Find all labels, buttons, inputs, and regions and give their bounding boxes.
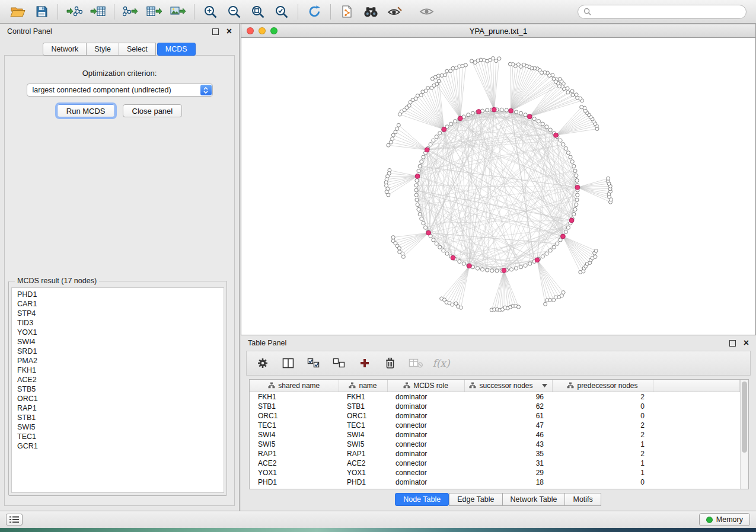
- export-table-button[interactable]: [142, 2, 166, 21]
- save-session-button[interactable]: [30, 2, 53, 21]
- zoom-fit-button[interactable]: [246, 2, 270, 21]
- mcds-result-item[interactable]: ORC1: [12, 394, 224, 403]
- table-cell: connector: [387, 459, 464, 468]
- mcds-result-item[interactable]: SWI5: [12, 422, 224, 432]
- mcds-result-item[interactable]: STB1: [12, 413, 224, 422]
- deselect-all-columns-button[interactable]: [331, 355, 347, 371]
- table-row[interactable]: ORC1ORC1dominator610: [250, 411, 740, 421]
- mcds-result-item[interactable]: STB5: [12, 384, 224, 394]
- close-panel-button[interactable]: Close panel: [123, 104, 183, 117]
- export-image-button[interactable]: [166, 2, 190, 21]
- annotations-eye-icon: [387, 6, 402, 17]
- tab-mcds[interactable]: MCDS: [157, 43, 196, 56]
- table-settings-button[interactable]: [255, 355, 270, 371]
- float-table-panel-button[interactable]: [729, 340, 736, 347]
- tab-style[interactable]: Style: [86, 43, 119, 56]
- network-file-share-button[interactable]: [335, 2, 359, 21]
- optimization-criterion-select[interactable]: largest connected component (undirected): [27, 84, 213, 97]
- import-network-button[interactable]: [62, 2, 86, 21]
- table-cell: 0: [552, 477, 653, 487]
- table-panel-titlebar: Table Panel: [241, 335, 756, 351]
- table-row[interactable]: PHD1PHD1dominator180: [250, 477, 740, 487]
- tab-node-table[interactable]: Node Table: [395, 493, 449, 506]
- create-column-button[interactable]: [357, 355, 372, 371]
- tab-motifs[interactable]: Motifs: [564, 493, 601, 506]
- mcds-result-item[interactable]: PMA2: [12, 356, 224, 366]
- toggle-annotations-button[interactable]: [382, 2, 406, 21]
- gear-icon: [257, 357, 269, 369]
- mcds-result-item[interactable]: TEC1: [12, 432, 224, 441]
- first-neighbors-button[interactable]: [359, 2, 382, 21]
- show-columns-button[interactable]: [280, 355, 296, 371]
- mcds-result-list[interactable]: PHD1CAR1STP4TID3YOX1SWI4SRD1PMA2FKH1ACE2…: [11, 287, 224, 493]
- mcds-result-item[interactable]: SRD1: [12, 347, 224, 356]
- table-row[interactable]: TEC1TEC1connector472: [250, 421, 740, 430]
- table-row[interactable]: YOX1YOX1connector291: [250, 468, 740, 477]
- mcds-result-item[interactable]: SWI4: [12, 337, 224, 347]
- window-zoom-button[interactable]: [270, 27, 277, 34]
- network-canvas[interactable]: [241, 38, 756, 335]
- float-control-panel-button[interactable]: [212, 28, 219, 35]
- search-input[interactable]: [595, 8, 741, 16]
- zoom-out-button[interactable]: [222, 2, 246, 21]
- table-cell: 43: [464, 440, 552, 449]
- table-cell: 29: [464, 468, 552, 477]
- function-builder-button[interactable]: f(x): [433, 355, 449, 371]
- mcds-result-title: MCDS result (17 nodes): [15, 277, 99, 285]
- tab-network-table[interactable]: Network Table: [502, 493, 566, 506]
- column-header-predecessor-nodes[interactable]: predecessor nodes: [552, 380, 653, 392]
- memory-button[interactable]: Memory: [699, 513, 750, 526]
- select-all-columns-button[interactable]: [306, 355, 321, 371]
- network-titlebar: YPA_prune.txt_1: [241, 24, 756, 38]
- scrollbar-thumb[interactable]: [742, 382, 747, 453]
- mcds-result-item[interactable]: TID3: [12, 318, 224, 328]
- table-cell: SWI5: [339, 440, 387, 449]
- table-cell: dominator: [387, 392, 464, 402]
- export-network-button[interactable]: [119, 2, 142, 21]
- table-header-row: shared name name MCDS role successor nod…: [250, 380, 740, 392]
- table-row[interactable]: FKH1FKH1dominator962: [250, 392, 740, 402]
- delete-table-icon: [409, 358, 423, 368]
- delete-column-button[interactable]: [382, 355, 398, 371]
- table-row[interactable]: RAP1RAP1dominator352: [250, 449, 740, 459]
- mcds-result-item[interactable]: FKH1: [12, 366, 224, 375]
- column-header-successor-nodes[interactable]: successor nodes: [464, 380, 552, 392]
- import-table-button[interactable]: [86, 2, 110, 21]
- table-panel-mode-button[interactable]: [6, 514, 23, 525]
- mcds-result-item[interactable]: GCR1: [12, 441, 224, 451]
- network-graph-svg[interactable]: [241, 38, 755, 334]
- table-vertical-scrollbar[interactable]: [740, 380, 748, 489]
- delete-table-button[interactable]: [408, 355, 423, 371]
- run-mcds-button[interactable]: Run MCDS: [57, 104, 115, 117]
- desktop-wallpaper-strip: [0, 528, 756, 532]
- table-cell-filler: [653, 430, 740, 440]
- window-minimize-button[interactable]: [259, 27, 266, 34]
- column-header-name[interactable]: name: [339, 380, 387, 392]
- mcds-result-item[interactable]: STP4: [12, 309, 224, 318]
- mcds-result-item[interactable]: ACE2: [12, 375, 224, 384]
- tab-edge-table[interactable]: Edge Table: [449, 493, 502, 506]
- column-header-mcds-role[interactable]: MCDS role: [387, 380, 464, 392]
- table-row[interactable]: SWI5SWI5connector431: [250, 440, 740, 449]
- window-close-button[interactable]: [247, 27, 254, 34]
- table-row[interactable]: ACE2ACE2connector311: [250, 459, 740, 468]
- open-session-button[interactable]: [6, 2, 30, 21]
- close-table-panel-button[interactable]: [744, 339, 749, 347]
- table-row[interactable]: SWI4SWI4dominator462: [250, 430, 740, 440]
- column-type-icon: [268, 382, 275, 389]
- tab-select[interactable]: Select: [119, 43, 156, 56]
- apply-layout-button[interactable]: [302, 2, 326, 21]
- mcds-result-item[interactable]: RAP1: [12, 403, 224, 413]
- mcds-result-item[interactable]: CAR1: [12, 299, 224, 309]
- search-box[interactable]: [578, 5, 747, 19]
- tab-network[interactable]: Network: [43, 43, 87, 56]
- zoom-selected-button[interactable]: [270, 2, 294, 21]
- mcds-result-item[interactable]: YOX1: [12, 328, 224, 337]
- close-control-panel-button[interactable]: [227, 28, 232, 35]
- mcds-result-item[interactable]: PHD1: [12, 290, 224, 299]
- column-header-shared-name[interactable]: shared name: [250, 380, 339, 392]
- mcds-result-group: MCDS result (17 nodes) PHD1CAR1STP4TID3Y…: [8, 277, 227, 496]
- toggle-graphics-details-button[interactable]: [414, 2, 438, 21]
- table-row[interactable]: STB1STB1dominator620: [250, 402, 740, 411]
- zoom-in-button[interactable]: [199, 2, 222, 21]
